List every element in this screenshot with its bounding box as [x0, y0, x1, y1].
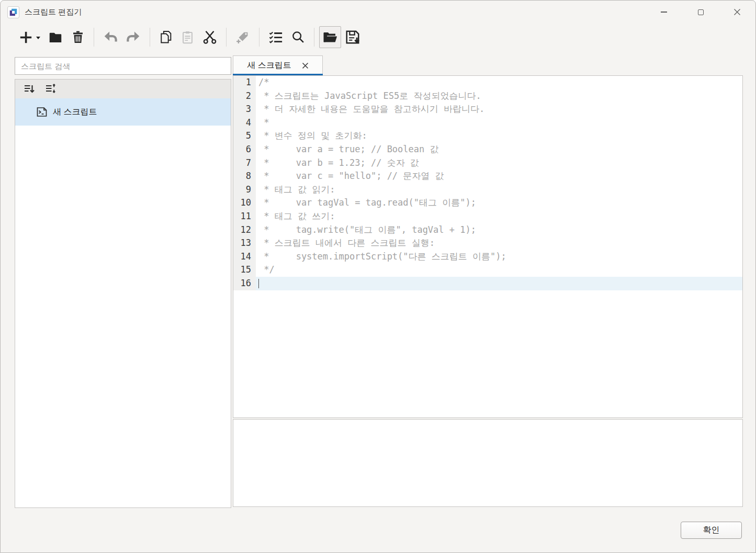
script-list-item[interactable]: 새 스크립트 — [15, 98, 231, 126]
sidebar: 새 스크립트 — [15, 57, 231, 508]
import-script-icon — [322, 29, 338, 45]
code-line[interactable]: 10 * var tagVal = tag.read("태그 이름"); — [233, 196, 742, 210]
code-text: */ — [256, 263, 742, 277]
code-line[interactable]: 9 * 태그 값 읽기: — [233, 183, 742, 197]
minimize-button[interactable] — [646, 1, 682, 24]
active-tab-indicator — [233, 74, 323, 75]
text-cursor — [258, 279, 259, 288]
minimize-icon — [661, 12, 667, 13]
check-script-button[interactable] — [264, 26, 287, 49]
window-controls — [646, 1, 755, 24]
code-text: * tag.write("태그 이름", tagVal + 1); — [256, 223, 742, 237]
code-text: * var a = true; // Boolean 값 — [256, 143, 742, 156]
line-number: 12 — [233, 223, 256, 237]
add-tag-button[interactable] — [231, 26, 254, 49]
line-number: 8 — [233, 170, 256, 183]
ok-button[interactable]: 확인 — [681, 522, 742, 539]
tab-label: 새 스크립트 — [247, 60, 291, 71]
output-panel — [233, 419, 743, 507]
code-text — [256, 277, 742, 290]
code-text: * var b = 1.23; // 숫자 값 — [256, 156, 742, 170]
code-line[interactable]: 2 * 스크립트는 JavaScript ES5로 작성되었습니다. — [233, 89, 742, 103]
code-line[interactable]: 12 * tag.write("태그 이름", tagVal + 1); — [233, 223, 742, 237]
paste-button[interactable] — [177, 26, 198, 49]
copy-button[interactable] — [155, 26, 177, 49]
export-script-button[interactable] — [341, 26, 364, 49]
code-text: * var c = "hello"; // 문자열 값 — [256, 170, 742, 183]
search-input[interactable] — [15, 57, 231, 75]
code-text: * 스크립트는 JavaScript ES5로 작성되었습니다. — [256, 89, 742, 103]
cut-icon — [202, 29, 218, 45]
tab-new-script[interactable]: 새 스크립트 — [233, 55, 323, 75]
toolbar-separator — [259, 28, 259, 47]
search-icon — [291, 30, 306, 44]
close-button[interactable] — [719, 1, 755, 24]
line-number: 13 — [233, 236, 256, 250]
code-text: * 변수 정의 및 초기화: — [256, 129, 742, 143]
code-text: * — [256, 116, 742, 130]
line-number: 10 — [233, 196, 256, 210]
code-text: * var tagVal = tag.read("태그 이름"); — [256, 196, 742, 210]
script-item-label: 새 스크립트 — [53, 107, 97, 118]
code-line[interactable]: 16 — [233, 277, 742, 290]
code-line[interactable]: 6 * var a = true; // Boolean 값 — [233, 143, 742, 156]
add-tag-icon — [235, 29, 251, 45]
code-text: /* — [256, 76, 742, 89]
close-icon — [302, 62, 309, 69]
folder-icon — [48, 29, 63, 45]
undo-button[interactable] — [99, 26, 122, 49]
code-lines: 1/*2 * 스크립트는 JavaScript ES5로 작성되었습니다.3 *… — [233, 76, 742, 290]
code-text: * 태그 값 쓰기: — [256, 210, 742, 223]
window-title: 스크립트 편집기 — [25, 7, 82, 17]
code-line[interactable]: 11 * 태그 값 쓰기: — [233, 210, 742, 223]
editor-region: 새 스크립트 1/*2 * 스크립트는 JavaScript ES5로 작성되었… — [233, 55, 743, 507]
code-line[interactable]: 4 * — [233, 116, 742, 130]
delete-button[interactable] — [67, 26, 89, 49]
add-script-button[interactable] — [15, 26, 44, 49]
line-number: 14 — [233, 250, 256, 264]
code-line[interactable]: 13 * 스크립트 내에서 다른 스크립트 실행: — [233, 236, 742, 250]
titlebar: 스크립트 편집기 — [1, 1, 755, 24]
script-list-panel: 새 스크립트 — [15, 79, 231, 508]
delete-icon — [71, 30, 85, 44]
code-text: * system.importScript("다른 스크립트 이름"); — [256, 250, 742, 264]
code-editor[interactable]: 1/*2 * 스크립트는 JavaScript ES5로 작성되었습니다.3 *… — [233, 75, 743, 418]
line-number: 11 — [233, 210, 256, 223]
code-line[interactable]: 5 * 변수 정의 및 초기화: — [233, 129, 742, 143]
redo-icon — [126, 29, 141, 45]
sort-descending-button[interactable] — [22, 82, 37, 96]
toolbar-separator — [314, 28, 314, 47]
paste-icon — [180, 30, 195, 44]
line-number: 4 — [233, 116, 256, 130]
toolbar — [1, 24, 755, 50]
line-number: 15 — [233, 263, 256, 277]
script-file-icon — [36, 106, 48, 118]
script-editor-window: 스크립트 편집기 — [0, 0, 756, 553]
line-number: 1 — [233, 76, 256, 89]
maximize-button[interactable] — [682, 1, 719, 24]
code-line[interactable]: 7 * var b = 1.23; // 숫자 값 — [233, 156, 742, 170]
tab-bar: 새 스크립트 — [233, 55, 743, 75]
code-line[interactable]: 15 */ — [233, 263, 742, 277]
code-line[interactable]: 3 * 더 자세한 내용은 도움말을 참고하시기 바랍니다. — [233, 103, 742, 116]
sort-descending-icon — [23, 83, 36, 95]
close-icon — [734, 8, 741, 16]
code-line[interactable]: 14 * system.importScript("다른 스크립트 이름"); — [233, 250, 742, 264]
cut-button[interactable] — [198, 26, 221, 49]
code-line[interactable]: 8 * var c = "hello"; // 문자열 값 — [233, 170, 742, 183]
line-number: 16 — [233, 277, 256, 290]
redo-button[interactable] — [122, 26, 145, 49]
code-line[interactable]: 1/* — [233, 76, 742, 89]
checklist-icon — [268, 29, 284, 45]
toolbar-separator — [150, 28, 150, 47]
find-button[interactable] — [287, 26, 309, 49]
line-number: 9 — [233, 183, 256, 197]
import-script-button[interactable] — [319, 26, 341, 48]
sort-bar — [15, 80, 231, 98]
open-folder-button[interactable] — [44, 26, 67, 49]
line-number: 5 — [233, 129, 256, 143]
app-logo-icon — [7, 6, 19, 18]
copy-icon — [159, 30, 173, 44]
tab-close-button[interactable] — [302, 62, 309, 69]
sort-order-button[interactable] — [43, 82, 58, 96]
